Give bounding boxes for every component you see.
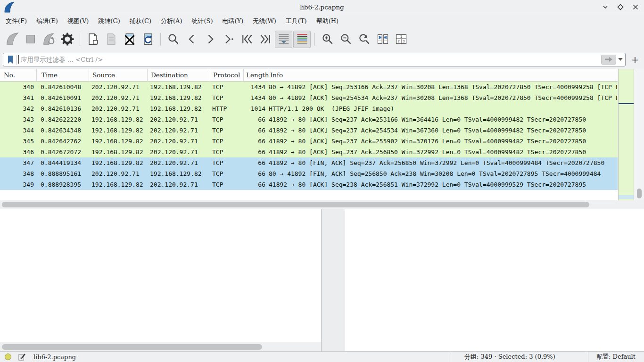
go-forward-icon[interactable] bbox=[201, 31, 219, 48]
column-resize-handle[interactable] bbox=[36, 69, 37, 82]
column-header-source[interactable]: Source bbox=[92, 69, 115, 82]
column-header-info[interactable]: Info bbox=[270, 69, 283, 82]
intelligent-scrollbar-map[interactable] bbox=[618, 69, 634, 201]
scrollbar-thumb[interactable] bbox=[2, 344, 262, 350]
profile-selector[interactable]: 配置: Default bbox=[588, 352, 644, 362]
scrollmap-marker bbox=[619, 103, 634, 104]
menu-go[interactable]: 跳转(G) bbox=[93, 15, 125, 27]
menu-edit[interactable]: 编辑(E) bbox=[32, 15, 63, 27]
cell-info: 41892 → 80 [ACK] Seq=237 Ack=255902 Win=… bbox=[269, 136, 617, 147]
details-horizontal-scrollbar[interactable] bbox=[0, 342, 321, 352]
menu-capture[interactable]: 捕获(C) bbox=[125, 15, 156, 27]
filter-add-button[interactable]: + bbox=[629, 53, 641, 66]
go-back-icon[interactable] bbox=[183, 31, 200, 48]
capture-comment-icon[interactable] bbox=[18, 353, 26, 361]
filter-bookmark-icon[interactable] bbox=[6, 55, 15, 65]
cell-time: 0.842610136 bbox=[41, 103, 89, 114]
column-header-time[interactable]: Time bbox=[41, 69, 58, 82]
cell-time: 0.844419134 bbox=[41, 157, 89, 168]
close-button[interactable] bbox=[630, 1, 641, 13]
cell-destination: 202.120.92.71 bbox=[150, 179, 209, 190]
cell-info: 80 → 41892 [FIN, ACK] Seq=256850 Ack=238… bbox=[269, 168, 617, 179]
restart-capture-icon[interactable] bbox=[40, 31, 58, 48]
cell-length: 66 bbox=[243, 168, 265, 179]
pane-splitter[interactable] bbox=[322, 209, 345, 352]
cell-length: 66 bbox=[243, 136, 265, 147]
maximize-button[interactable] bbox=[615, 1, 626, 13]
packet-row-342[interactable]: 3420.842610136202.120.92.71192.168.129.8… bbox=[0, 103, 618, 114]
column-resize-handle[interactable] bbox=[268, 69, 268, 82]
column-header-length[interactable]: Length bbox=[246, 69, 269, 82]
menu-wireless[interactable]: 无线(W) bbox=[248, 15, 281, 27]
cell-protocol: TCP bbox=[212, 179, 241, 190]
column-resize-handle[interactable] bbox=[243, 69, 244, 82]
save-file-icon[interactable] bbox=[102, 31, 120, 48]
packet-row-348-selected[interactable]: 3480.888895161202.120.92.71192.168.129.8… bbox=[0, 168, 618, 179]
packet-bytes-pane[interactable] bbox=[345, 209, 644, 352]
cell-info: 41892 → 80 [FIN, ACK] Seq=237 Ack=256850… bbox=[269, 157, 617, 168]
cell-protocol: TCP bbox=[212, 168, 241, 179]
reload-file-icon[interactable] bbox=[139, 31, 157, 48]
zoom-reset-icon[interactable] bbox=[355, 31, 373, 48]
filter-apply-button[interactable] bbox=[601, 55, 616, 65]
go-to-packet-icon[interactable] bbox=[220, 31, 237, 48]
expert-info-icon[interactable] bbox=[5, 354, 11, 360]
cell-time: 0.842610091 bbox=[41, 92, 89, 103]
zoom-in-icon[interactable] bbox=[319, 31, 336, 48]
start-capture-icon[interactable] bbox=[3, 31, 21, 48]
display-filter-input[interactable] bbox=[19, 53, 601, 66]
packet-details-pane[interactable] bbox=[0, 209, 322, 352]
resize-columns-icon[interactable] bbox=[374, 31, 391, 48]
scrollbar-thumb[interactable] bbox=[2, 202, 589, 207]
cell-length: 66 bbox=[243, 147, 265, 157]
packet-row-347-selected[interactable]: 3470.844419134192.168.129.82202.120.92.7… bbox=[0, 157, 618, 168]
packet-row-341[interactable]: 3410.842610091202.120.92.71192.168.129.8… bbox=[0, 92, 618, 103]
capture-options-icon[interactable] bbox=[58, 31, 76, 48]
close-file-icon[interactable] bbox=[121, 31, 138, 48]
column-header-protocol[interactable]: Protocol bbox=[213, 69, 240, 82]
packet-row-346[interactable]: 3460.842672072192.168.129.82202.120.92.7… bbox=[0, 147, 618, 157]
menu-statistics[interactable]: 统计(S) bbox=[187, 15, 218, 27]
cell-protocol: HTTP bbox=[212, 103, 241, 114]
packet-row-340[interactable]: 3400.842610048202.120.92.71192.168.129.8… bbox=[0, 82, 618, 92]
cell-no: 344 bbox=[0, 125, 34, 136]
column-resize-handle[interactable] bbox=[147, 69, 148, 82]
scrollbar-thumb[interactable] bbox=[637, 189, 642, 198]
cell-time: 0.842672072 bbox=[41, 147, 89, 157]
statusbar-left: lib6-2.pcapng bbox=[0, 353, 76, 361]
packet-row-343[interactable]: 3430.842622220192.168.129.82202.120.92.7… bbox=[0, 114, 618, 125]
menu-help[interactable]: 帮助(H) bbox=[312, 15, 343, 27]
column-header-destination[interactable]: Destination bbox=[151, 69, 188, 82]
packet-row-349-selected[interactable]: 3490.888928395192.168.129.82202.120.92.7… bbox=[0, 179, 618, 190]
menu-view[interactable]: 视图(V) bbox=[63, 15, 94, 27]
minimize-button[interactable] bbox=[600, 1, 611, 13]
packet-list-horizontal-scrollbar[interactable] bbox=[0, 200, 644, 209]
stop-capture-icon[interactable] bbox=[22, 31, 39, 48]
menu-tools[interactable]: 工具(T) bbox=[281, 15, 312, 27]
titlebar: lib6-2.pcapng bbox=[0, 0, 644, 14]
zoom-out-icon[interactable] bbox=[337, 31, 355, 48]
svg-text:3: 3 bbox=[403, 40, 405, 43]
go-last-packet-icon[interactable] bbox=[256, 31, 274, 48]
column-resize-handle[interactable] bbox=[210, 69, 210, 82]
cell-protocol: TCP bbox=[212, 147, 241, 157]
menu-analyze[interactable]: 分析(A) bbox=[156, 15, 187, 27]
column-header-no[interactable]: No. bbox=[4, 69, 15, 82]
open-file-icon[interactable] bbox=[84, 31, 101, 48]
menu-telephony[interactable]: 电话(Y) bbox=[218, 15, 248, 27]
packet-row-345[interactable]: 3450.842642762192.168.129.82202.120.92.7… bbox=[0, 136, 618, 147]
colorize-packets-icon[interactable] bbox=[293, 31, 311, 48]
cell-source: 192.168.129.82 bbox=[91, 114, 149, 125]
column-resize-handle[interactable] bbox=[89, 69, 89, 82]
packet-row-344[interactable]: 3440.842634348192.168.129.82202.120.92.7… bbox=[0, 125, 618, 136]
menu-file[interactable]: 文件(F) bbox=[1, 15, 32, 27]
packet-list-vertical-scrollbar[interactable] bbox=[635, 69, 644, 201]
cell-length: 1014 bbox=[243, 103, 265, 114]
go-first-packet-icon[interactable] bbox=[238, 31, 256, 48]
cell-length: 66 bbox=[243, 114, 265, 125]
packet-list-empty-area bbox=[0, 190, 618, 200]
find-packet-icon[interactable] bbox=[165, 31, 182, 48]
filter-dropdown-caret-icon[interactable] bbox=[617, 55, 624, 65]
layout-chooser-icon[interactable]: 123 bbox=[392, 31, 410, 48]
auto-scroll-icon[interactable] bbox=[275, 31, 292, 48]
